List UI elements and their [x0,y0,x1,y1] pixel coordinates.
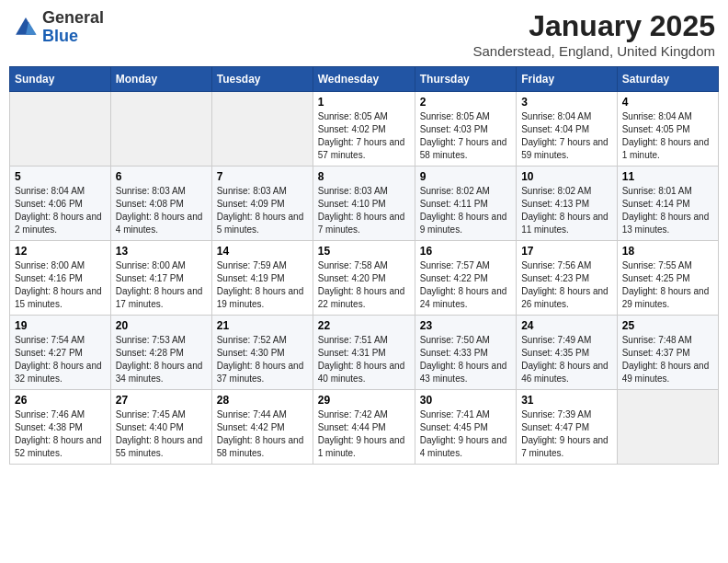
day-info: Sunrise: 8:03 AM Sunset: 4:09 PM Dayligh… [217,185,308,236]
day-info: Sunrise: 7:45 AM Sunset: 4:40 PM Dayligh… [116,408,207,460]
day-number: 27 [116,394,207,407]
day-info: Sunrise: 7:57 AM Sunset: 4:22 PM Dayligh… [420,259,511,311]
weekday-header-saturday: Saturday [617,67,718,92]
calendar-cell [110,92,211,167]
day-number: 13 [116,245,207,258]
calendar-subtitle: Sanderstead, England, United Kingdom [472,43,715,59]
day-info: Sunrise: 7:59 AM Sunset: 4:19 PM Dayligh… [217,259,308,311]
day-info: Sunrise: 7:39 AM Sunset: 4:47 PM Dayligh… [521,408,612,460]
day-info: Sunrise: 7:50 AM Sunset: 4:33 PM Dayligh… [420,334,511,385]
calendar-cell: 12Sunrise: 8:00 AM Sunset: 4:16 PM Dayli… [10,241,111,316]
day-info: Sunrise: 8:02 AM Sunset: 4:13 PM Dayligh… [521,185,612,236]
logo-general: General [42,8,104,27]
day-info: Sunrise: 8:04 AM Sunset: 4:05 PM Dayligh… [622,110,713,162]
calendar-cell: 18Sunrise: 7:55 AM Sunset: 4:25 PM Dayli… [617,241,718,316]
day-number: 7 [217,170,308,183]
calendar-cell: 24Sunrise: 7:49 AM Sunset: 4:35 PM Dayli… [517,316,618,390]
day-info: Sunrise: 8:05 AM Sunset: 4:02 PM Dayligh… [318,110,410,162]
day-number: 1 [318,96,410,109]
day-number: 10 [521,170,612,183]
day-number: 22 [318,319,410,332]
day-info: Sunrise: 8:01 AM Sunset: 4:14 PM Dayligh… [622,185,713,236]
day-info: Sunrise: 7:52 AM Sunset: 4:30 PM Dayligh… [217,334,308,385]
weekday-header-wednesday: Wednesday [313,67,415,92]
calendar-cell: 26Sunrise: 7:46 AM Sunset: 4:38 PM Dayli… [10,390,111,465]
weekday-header-monday: Monday [110,67,211,92]
calendar-cell: 21Sunrise: 7:52 AM Sunset: 4:30 PM Dayli… [211,316,313,390]
week-row-3: 12Sunrise: 8:00 AM Sunset: 4:16 PM Dayli… [10,241,719,316]
day-info: Sunrise: 7:51 AM Sunset: 4:31 PM Dayligh… [318,334,410,385]
calendar-cell: 19Sunrise: 7:54 AM Sunset: 4:27 PM Dayli… [10,316,111,390]
day-number: 19 [15,319,106,332]
day-info: Sunrise: 8:03 AM Sunset: 4:08 PM Dayligh… [116,185,207,236]
day-info: Sunrise: 7:48 AM Sunset: 4:37 PM Dayligh… [622,334,713,385]
day-number: 4 [622,96,713,109]
calendar-cell: 30Sunrise: 7:41 AM Sunset: 4:45 PM Dayli… [415,390,516,465]
logo-text: General Blue [42,9,104,46]
calendar-cell: 29Sunrise: 7:42 AM Sunset: 4:44 PM Dayli… [313,390,415,465]
day-number: 26 [15,394,106,407]
calendar-cell: 28Sunrise: 7:44 AM Sunset: 4:42 PM Dayli… [211,390,313,465]
calendar-cell: 23Sunrise: 7:50 AM Sunset: 4:33 PM Dayli… [415,316,516,390]
day-info: Sunrise: 7:46 AM Sunset: 4:38 PM Dayligh… [15,408,106,460]
day-number: 16 [420,245,511,258]
day-number: 12 [15,245,106,258]
day-number: 31 [521,394,612,407]
calendar-cell: 8Sunrise: 8:03 AM Sunset: 4:10 PM Daylig… [313,167,415,241]
calendar-cell: 9Sunrise: 8:02 AM Sunset: 4:11 PM Daylig… [415,167,516,241]
day-number: 3 [521,96,612,109]
day-number: 15 [318,245,410,258]
calendar-cell: 27Sunrise: 7:45 AM Sunset: 4:40 PM Dayli… [110,390,211,465]
day-number: 17 [521,245,612,258]
day-info: Sunrise: 8:00 AM Sunset: 4:17 PM Dayligh… [116,259,207,311]
page-header: General Blue January 2025 Sanderstead, E… [9,9,719,59]
calendar-cell: 11Sunrise: 8:01 AM Sunset: 4:14 PM Dayli… [617,167,718,241]
calendar-cell: 10Sunrise: 8:02 AM Sunset: 4:13 PM Dayli… [517,167,618,241]
day-number: 20 [116,319,207,332]
day-number: 14 [217,245,308,258]
day-info: Sunrise: 7:58 AM Sunset: 4:20 PM Dayligh… [318,259,410,311]
weekday-header-tuesday: Tuesday [211,67,313,92]
day-info: Sunrise: 8:05 AM Sunset: 4:03 PM Dayligh… [420,110,511,162]
calendar-cell: 22Sunrise: 7:51 AM Sunset: 4:31 PM Dayli… [313,316,415,390]
weekday-header-row: SundayMondayTuesdayWednesdayThursdayFrid… [10,67,719,92]
day-number: 11 [622,170,713,183]
day-info: Sunrise: 8:03 AM Sunset: 4:10 PM Dayligh… [318,185,410,236]
day-number: 6 [116,170,207,183]
calendar-cell: 3Sunrise: 8:04 AM Sunset: 4:04 PM Daylig… [517,92,618,167]
week-row-5: 26Sunrise: 7:46 AM Sunset: 4:38 PM Dayli… [10,390,719,465]
day-number: 28 [217,394,308,407]
calendar-cell: 1Sunrise: 8:05 AM Sunset: 4:02 PM Daylig… [313,92,415,167]
logo: General Blue [13,9,104,46]
day-info: Sunrise: 7:49 AM Sunset: 4:35 PM Dayligh… [521,334,612,385]
day-number: 25 [622,319,713,332]
day-info: Sunrise: 8:00 AM Sunset: 4:16 PM Dayligh… [15,259,106,311]
day-number: 21 [217,319,308,332]
week-row-2: 5Sunrise: 8:04 AM Sunset: 4:06 PM Daylig… [10,167,719,241]
day-info: Sunrise: 7:56 AM Sunset: 4:23 PM Dayligh… [521,259,612,311]
day-number: 5 [15,170,106,183]
day-number: 9 [420,170,511,183]
weekday-header-sunday: Sunday [10,67,111,92]
calendar-cell: 16Sunrise: 7:57 AM Sunset: 4:22 PM Dayli… [415,241,516,316]
day-info: Sunrise: 7:53 AM Sunset: 4:28 PM Dayligh… [116,334,207,385]
calendar-cell: 5Sunrise: 8:04 AM Sunset: 4:06 PM Daylig… [10,167,111,241]
day-info: Sunrise: 7:41 AM Sunset: 4:45 PM Dayligh… [420,408,511,460]
day-number: 24 [521,319,612,332]
calendar-cell: 14Sunrise: 7:59 AM Sunset: 4:19 PM Dayli… [211,241,313,316]
day-info: Sunrise: 7:42 AM Sunset: 4:44 PM Dayligh… [318,408,410,460]
weekday-header-friday: Friday [517,67,618,92]
calendar-cell: 7Sunrise: 8:03 AM Sunset: 4:09 PM Daylig… [211,167,313,241]
day-info: Sunrise: 7:44 AM Sunset: 4:42 PM Dayligh… [217,408,308,460]
calendar-cell: 6Sunrise: 8:03 AM Sunset: 4:08 PM Daylig… [110,167,211,241]
day-info: Sunrise: 8:04 AM Sunset: 4:06 PM Dayligh… [15,185,106,236]
calendar-cell: 31Sunrise: 7:39 AM Sunset: 4:47 PM Dayli… [517,390,618,465]
calendar-cell: 15Sunrise: 7:58 AM Sunset: 4:20 PM Dayli… [313,241,415,316]
day-number: 23 [420,319,511,332]
calendar-cell: 25Sunrise: 7:48 AM Sunset: 4:37 PM Dayli… [617,316,718,390]
logo-blue: Blue [42,27,78,45]
day-info: Sunrise: 7:55 AM Sunset: 4:25 PM Dayligh… [622,259,713,311]
calendar-body: 1Sunrise: 8:05 AM Sunset: 4:02 PM Daylig… [10,92,719,465]
logo-icon [13,15,39,40]
day-number: 8 [318,170,410,183]
